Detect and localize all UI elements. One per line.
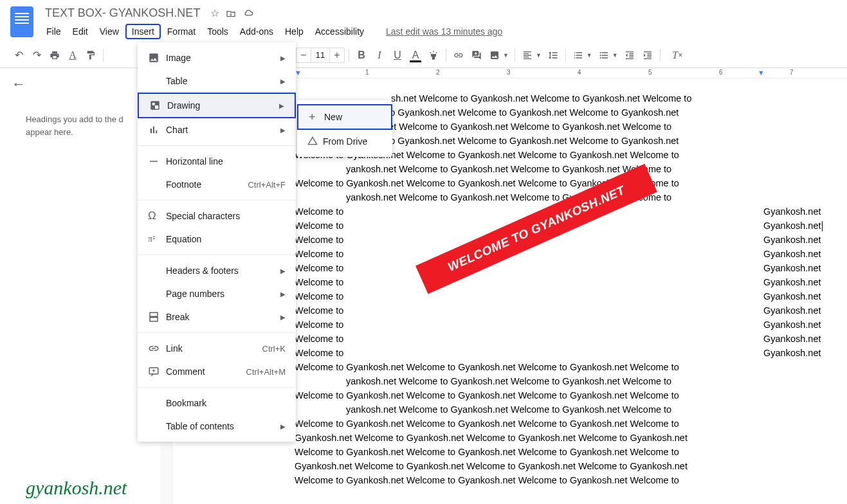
- font-size-control: − 11 +: [296, 48, 345, 63]
- comment-icon: [148, 366, 166, 377]
- underline-button[interactable]: U: [389, 47, 406, 64]
- text-line: Welcome to Gyankosh.net Welcome to Gyank…: [172, 473, 847, 487]
- insert-link-button[interactable]: [450, 47, 467, 64]
- submenu-arrow-icon: ▶: [280, 127, 286, 134]
- submenu-arrow-icon: ▶: [280, 291, 286, 298]
- font-size-input[interactable]: 11: [311, 48, 330, 62]
- checklist-button[interactable]: [570, 47, 587, 64]
- submenu-arrow-icon: ▶: [280, 314, 286, 321]
- drawing-icon: [149, 100, 167, 111]
- drawing-submenu-from-drive[interactable]: From Drive: [297, 130, 392, 153]
- insert-menu-item-headers-footers[interactable]: Headers & footers▶: [138, 259, 296, 282]
- insert-menu-item-horizontal-line[interactable]: Horizontal line: [138, 150, 296, 173]
- move-icon[interactable]: [226, 8, 236, 19]
- insert-menu-item-table[interactable]: Table▶: [138, 69, 296, 93]
- menu-format[interactable]: Format: [162, 24, 201, 39]
- text-color-button[interactable]: A: [407, 47, 424, 64]
- submenu-arrow-icon: ▶: [280, 423, 286, 430]
- drawing-submenu: +NewFrom Drive: [297, 100, 392, 157]
- spellcheck-button[interactable]: A: [64, 47, 81, 64]
- insert-menu-item-chart[interactable]: Chart▶: [138, 118, 296, 141]
- bold-button[interactable]: B: [353, 47, 370, 64]
- submenu-arrow-icon: ▶: [279, 102, 284, 109]
- drive-icon: [307, 136, 323, 147]
- right-margin-icon[interactable]: ▼: [758, 69, 765, 76]
- paint-format-button[interactable]: [82, 47, 99, 64]
- +-icon: +: [309, 111, 324, 124]
- insert-image-button[interactable]: [486, 47, 503, 64]
- break-icon: [148, 311, 166, 323]
- insert-menu-item-page-numbers[interactable]: Page numbers▶: [138, 282, 296, 305]
- ruler-mark: 1: [365, 69, 369, 76]
- outline-placeholder: Headings you add to the d appear here.: [26, 113, 148, 138]
- menu-help[interactable]: Help: [280, 24, 309, 39]
- undo-button[interactable]: ↶: [10, 47, 27, 64]
- font-size-decrease[interactable]: −: [296, 50, 311, 61]
- svg-point-1: [152, 103, 156, 106]
- drawing-submenu-new[interactable]: +New: [297, 104, 392, 130]
- ruler-mark: 5: [648, 69, 652, 76]
- menu-tools[interactable]: Tools: [202, 24, 233, 39]
- star-icon[interactable]: ☆: [210, 7, 219, 19]
- menu-file[interactable]: File: [41, 24, 66, 39]
- insert-menu-item-break[interactable]: Break▶: [138, 305, 296, 328]
- highlight-button[interactable]: [425, 47, 442, 64]
- print-button[interactable]: [46, 47, 63, 64]
- insert-menu-item-special-characters[interactable]: ΩSpecial characters: [138, 204, 296, 228]
- text-line: Welcome to Gyankosh.net Welcome to Gyank…: [172, 445, 847, 459]
- last-edit-link[interactable]: Last edit was 13 minutes ago: [386, 26, 502, 37]
- svg-rect-3: [150, 161, 158, 162]
- outline-back-icon[interactable]: ←: [12, 76, 26, 93]
- cloud-saved-icon[interactable]: [242, 8, 254, 19]
- insert-menu-item-comment[interactable]: CommentCtrl+Alt+M: [138, 360, 296, 383]
- image-dropdown[interactable]: ▼: [503, 52, 509, 59]
- insert-menu-item-link[interactable]: LinkCtrl+K: [138, 337, 296, 360]
- hr-icon: [148, 156, 166, 167]
- svg-rect-4: [150, 312, 158, 316]
- submenu-arrow-icon: ▶: [280, 267, 286, 274]
- menu-view[interactable]: View: [95, 24, 124, 39]
- watermark-text: gyankosh.net: [26, 477, 127, 499]
- docs-logo-icon[interactable]: [10, 6, 33, 37]
- outline-panel: ← Headings you add to the d appear here.: [0, 68, 161, 504]
- clear-formatting-button[interactable]: T✕: [669, 47, 686, 64]
- toolbar: ↶ ↷ A − 11 + B I U A ▼ ▼ ▼ ▼ T✕: [0, 42, 847, 68]
- omega-icon: Ω: [148, 210, 166, 222]
- submenu-arrow-icon: ▶: [280, 78, 286, 85]
- chart-icon: [148, 124, 166, 136]
- bulleted-list-button[interactable]: [596, 47, 612, 64]
- align-button[interactable]: [519, 47, 536, 64]
- insert-menu-item-image[interactable]: Image▶: [138, 46, 296, 69]
- image-icon: [148, 52, 166, 64]
- insert-menu-item-table-of-contents[interactable]: Table of contents▶: [138, 415, 296, 438]
- link-icon: [148, 343, 166, 354]
- pi-icon: π²: [148, 234, 166, 244]
- menu-accessibility[interactable]: Accessibility: [310, 24, 369, 39]
- text-line: Gyankosh.net Welcome to Gyankosh.net Wel…: [172, 459, 847, 473]
- svg-rect-5: [150, 318, 158, 321]
- add-comment-button[interactable]: [468, 47, 485, 64]
- bulleted-dropdown[interactable]: ▼: [612, 52, 618, 59]
- ruler-mark: 6: [719, 69, 723, 76]
- align-dropdown[interactable]: ▼: [536, 52, 542, 59]
- insert-menu-dropdown: Image▶Table▶Drawing▶Chart▶Horizontal lin…: [138, 42, 296, 442]
- decrease-indent-button[interactable]: [621, 47, 638, 64]
- document-title[interactable]: TEXT BOX- GYANKOSH.NET: [41, 5, 204, 21]
- font-size-increase[interactable]: +: [330, 50, 344, 61]
- ruler-mark: 7: [790, 69, 794, 76]
- increase-indent-button[interactable]: [639, 47, 656, 64]
- submenu-arrow-icon: ▶: [280, 55, 286, 62]
- insert-menu-item-footnote[interactable]: FootnoteCtrl+Alt+F: [138, 173, 296, 196]
- redo-button[interactable]: ↷: [28, 47, 45, 64]
- ruler-mark: 3: [507, 69, 511, 76]
- svg-rect-2: [155, 105, 158, 109]
- insert-menu-item-drawing[interactable]: Drawing▶: [138, 93, 296, 118]
- menu-insert[interactable]: Insert: [125, 24, 161, 39]
- italic-button[interactable]: I: [371, 47, 388, 64]
- menu-addons[interactable]: Add-ons: [235, 24, 278, 39]
- checklist-dropdown[interactable]: ▼: [587, 52, 592, 59]
- menu-edit[interactable]: Edit: [68, 24, 93, 39]
- line-spacing-button[interactable]: [545, 47, 561, 64]
- insert-menu-item-equation[interactable]: π²Equation: [138, 228, 296, 251]
- insert-menu-item-bookmark[interactable]: Bookmark: [138, 392, 296, 415]
